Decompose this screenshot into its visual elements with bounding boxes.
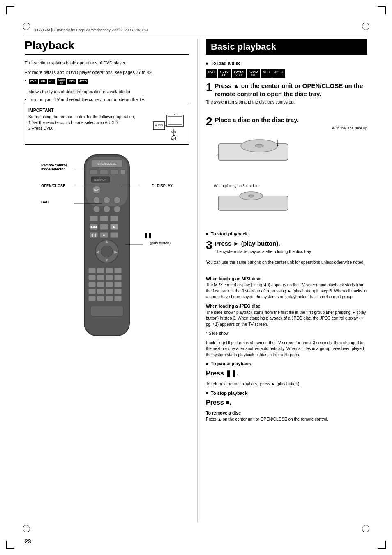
start-playback-label: To start playback — [206, 231, 367, 236]
page-number: 23 — [25, 538, 31, 545]
svg-text:▲: ▲ — [105, 239, 109, 244]
svg-rect-55 — [97, 275, 104, 280]
badge-right-videocd: VIDEOCD — [218, 69, 231, 78]
svg-rect-43 — [110, 232, 118, 238]
svg-rect-61 — [114, 282, 122, 287]
jpeg-body: The slide-show* playback starts from the… — [206, 310, 367, 328]
bullet-disc-types: • DVD CD VCD AUDIOCD MP3 JPEG shows the … — [25, 78, 189, 94]
svg-text:OPEN/CLOSE: OPEN/CLOSE — [97, 162, 116, 165]
circle-mark-tr — [362, 23, 369, 30]
tv-audio-svg: TV AUDIO VCR DVD — [152, 114, 185, 141]
important-step-1: 1 Set the remote control mode selector t… — [28, 120, 148, 126]
svg-rect-51 — [97, 268, 104, 273]
svg-rect-64 — [106, 289, 113, 294]
pause-label-text: To pause playback — [211, 361, 251, 366]
start-playback-text: To start playback — [211, 231, 248, 236]
corner-mark-tr — [378, 6, 386, 14]
svg-point-79 — [255, 144, 263, 147]
disc-tray-svg-top: ◁ — [214, 131, 296, 181]
svg-rect-0 — [167, 115, 183, 127]
badge-right-audiocd: AUDIOCD — [247, 69, 260, 78]
svg-rect-59 — [97, 282, 104, 287]
jpeg-heading: When loading a JPEG disc — [206, 304, 367, 309]
svg-rect-70 — [90, 306, 123, 316]
important-title: IMPORTANT — [28, 108, 185, 113]
bullet-disc-content: DVD CD VCD AUDIOCD MP3 JPEG shows the ty… — [29, 78, 131, 94]
svg-rect-20 — [120, 170, 125, 175]
corner-mark-br — [378, 541, 386, 549]
basic-playback-header: Basic playback — [206, 39, 367, 55]
step-1-block: 1 Press ▲ on the center unit or OPEN/CLO… — [206, 82, 367, 110]
pause-press-section: Press ❚❚. — [206, 369, 367, 377]
label-dvd: DVD — [41, 200, 49, 204]
svg-rect-1 — [168, 116, 182, 124]
svg-text:TV: TV — [172, 114, 176, 115]
label-fl-display: FL DISPLAY — [151, 184, 173, 188]
intro-text-1: This section explains basic operations o… — [25, 60, 189, 66]
svg-rect-66 — [88, 296, 96, 301]
badge-mp3: MP3 — [67, 79, 76, 84]
bullet-tv-note: • Turn on your TV and select the correct… — [25, 97, 189, 103]
svg-rect-68 — [106, 296, 113, 301]
svg-rect-18 — [100, 170, 108, 175]
remote-svg: OPEN/CLOSE FL DISPLAY DVD — [62, 151, 152, 348]
svg-text:❚❚: ❚❚ — [91, 233, 97, 237]
svg-text:▶: ▶ — [114, 250, 118, 254]
disc-badges-right: DVD VIDEOCD SUPERVCD AUDIOCD MP3 JPEG — [206, 69, 367, 78]
bullet-dot-1: • — [25, 78, 26, 94]
mp3-body: The MP3 control display (☞ pg. 40) appea… — [206, 282, 367, 300]
badge-acd: AUDIOCD — [57, 78, 66, 85]
svg-point-25 — [93, 197, 100, 203]
step-2-heading: Place a disc on the disc tray. — [206, 116, 367, 124]
remove-disc-section: To remove a disc Press ▲ on the center u… — [206, 410, 367, 423]
step-1-heading: Press ▲ on the center unit or OPEN/CLOSE… — [206, 82, 367, 98]
bottom-rule — [25, 526, 367, 526]
disc-tray-area: With the label side up ◁ — [214, 126, 367, 221]
badge-right-dvd: DVD — [206, 69, 217, 78]
svg-text:▶: ▶ — [113, 225, 116, 229]
load-disc-label: To load a disc — [206, 61, 367, 66]
label-play-button: (play button) — [150, 241, 171, 245]
remove-disc-heading: To remove a disc — [206, 410, 367, 415]
stop-press-section: Press ■. — [206, 399, 367, 406]
svg-rect-63 — [97, 289, 104, 294]
svg-point-28 — [93, 206, 100, 212]
jpeg-footnote: * Slide-show — [206, 331, 367, 337]
step-3-desc2: You can use the same buttons on the cent… — [206, 260, 367, 265]
svg-rect-57 — [114, 275, 122, 280]
svg-rect-31 — [90, 216, 98, 221]
svg-rect-32 — [100, 216, 108, 221]
step-2-num: 2 — [206, 116, 212, 127]
important-body: Before using the remote control for the … — [28, 114, 148, 142]
badge-dvd: DVD — [29, 79, 38, 84]
svg-point-27 — [114, 197, 120, 203]
svg-text:DVD: DVD — [94, 189, 99, 191]
left-column: Playback This section explains basic ope… — [25, 39, 197, 522]
svg-rect-60 — [106, 282, 113, 287]
circle-mark-tl — [23, 23, 30, 30]
svg-rect-67 — [97, 296, 104, 301]
svg-rect-50 — [88, 268, 96, 273]
step-3-heading: Press ► (play button). — [206, 240, 367, 248]
remove-disc-body: Press ▲ on the center unit or OPEN/CLOSE… — [206, 417, 367, 423]
stop-label-text: To stop playback — [211, 391, 247, 396]
badge-vcd: VCD — [48, 79, 56, 84]
svg-text:■: ■ — [103, 233, 105, 237]
step-2-block: 2 Place a disc on the disc tray. With th… — [206, 116, 367, 226]
mp3-heading: When loading an MP3 disc — [206, 276, 367, 281]
stop-label: To stop playback — [206, 391, 367, 396]
svg-rect-65 — [114, 289, 122, 294]
svg-text:▼: ▼ — [105, 258, 109, 263]
badge-jpeg: JPEG — [78, 79, 89, 84]
jpeg-section: When loading a JPEG disc The slide-show*… — [206, 304, 367, 358]
page: TIIFA85-55[B]-05Basic.fm Page 23 Wednesd… — [0, 0, 392, 555]
step-1-desc: The system turns on and the disc tray co… — [206, 99, 367, 105]
svg-point-29 — [104, 206, 110, 212]
important-box: IMPORTANT Before using the remote contro… — [25, 105, 189, 145]
step-3-num: 3 — [206, 240, 212, 251]
step-3-desc1: The system starts playback after closing… — [206, 249, 367, 255]
svg-rect-56 — [106, 275, 113, 280]
placing-8cm-label: When placing an 8 cm disc — [214, 184, 367, 188]
bullet-disc-text: shows the types of discs the operation i… — [29, 89, 131, 94]
disc-icons-row: DVD CD VCD AUDIOCD MP3 JPEG — [29, 78, 131, 85]
